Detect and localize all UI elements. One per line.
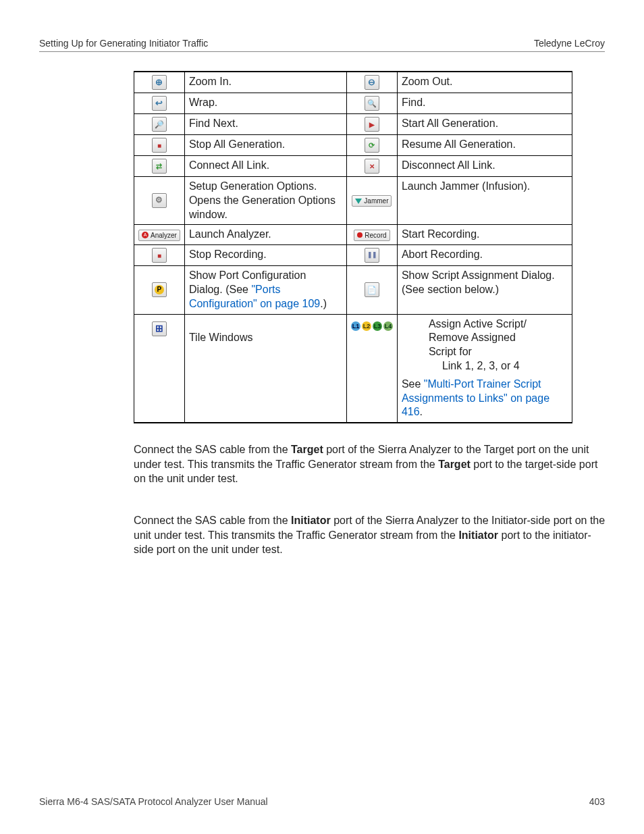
text: (See section below.) [402, 284, 499, 295]
cell-desc: Find Next. [184, 114, 346, 135]
table-row: Zoom In. Zoom Out. [134, 72, 572, 93]
icon-label: Jammer [364, 197, 388, 205]
icon-label: Analyzer [151, 231, 177, 240]
port-config-icon [152, 282, 167, 297]
cell-desc: Launch Analyzer. [184, 225, 346, 245]
start-recording-icon: Record [354, 230, 390, 241]
header-left: Setting Up for Generating Initiator Traf… [39, 38, 208, 49]
table-row: Tile Windows L1 L2 L3 L4 Assign Active S… [134, 314, 572, 423]
text: Assign Active Script/ [402, 317, 568, 332]
icon-label: Record [365, 231, 386, 240]
link2-badge-icon: L2 [362, 321, 371, 331]
text-bold: Initiator [458, 529, 498, 541]
cell-desc: Connect All Link. [184, 156, 346, 177]
cell-desc: Assign Active Script/ Remove Assigned Sc… [397, 314, 572, 423]
page-header: Setting Up for Generating Initiator Traf… [39, 38, 605, 52]
connect-all-link-icon [152, 159, 167, 174]
abort-recording-icon [365, 248, 379, 263]
cell-desc: Wrap. [184, 93, 346, 114]
cell-desc: Launch Jammer (Infusion). [397, 177, 572, 225]
header-right: Teledyne LeCroy [534, 38, 605, 49]
cell-desc: Stop Recording. [184, 245, 346, 266]
script-assignment-icon [365, 282, 379, 297]
table-row: Show Port Configuration Dialog. (See "Po… [134, 266, 572, 314]
resume-all-generation-icon [365, 138, 379, 153]
cell-desc: Start All Generation. [397, 114, 572, 135]
footer-page-number: 403 [589, 796, 605, 807]
text: See [402, 378, 424, 390]
body-paragraph: Connect the SAS cable from the Target po… [134, 442, 606, 486]
find-next-icon [152, 117, 167, 132]
launch-analyzer-icon: AAnalyzer [138, 230, 180, 241]
text: Remove Assigned [402, 331, 568, 345]
cell-desc: Tile Windows [184, 314, 346, 423]
table-row: Stop Recording. Abort Recording. [134, 245, 572, 266]
text: . [420, 406, 423, 417]
page-footer: Sierra M6-4 SAS/SATA Protocol Analyzer U… [39, 796, 605, 807]
text-bold: Target [291, 444, 323, 455]
launch-jammer-icon: Jammer [352, 195, 392, 207]
cell-desc: Zoom In. [184, 72, 346, 93]
text: Show Script Assignment Dialog. [402, 269, 555, 281]
stop-recording-icon [152, 248, 167, 263]
cell-desc: Abort Recording. [397, 245, 572, 266]
cell-desc: Setup Generation Options. Opens the Gene… [184, 177, 346, 225]
wrap-icon [152, 96, 167, 111]
disconnect-all-link-icon [365, 159, 379, 174]
cell-desc: Find. [397, 93, 572, 114]
table-row: Setup Generation Options. Opens the Gene… [134, 177, 572, 225]
link4-badge-icon: L4 [383, 321, 393, 331]
link1-badge-icon: L1 [351, 321, 360, 331]
table-row: Find Next. Start All Generation. [134, 114, 572, 135]
text: Script for [402, 345, 568, 359]
cell-desc: Resume All Generation. [397, 135, 572, 156]
table-row: Connect All Link. Disconnect All Link. [134, 156, 572, 177]
table-row: Stop All Generation. Resume All Generati… [134, 135, 572, 156]
zoom-in-icon [152, 75, 167, 90]
text: .) [320, 298, 327, 309]
tile-windows-icon [152, 321, 167, 336]
cell-desc: Start Recording. [397, 225, 572, 245]
text-bold: Initiator [291, 515, 331, 526]
zoom-out-icon [365, 75, 379, 90]
multiport-trainer-link[interactable]: "Multi-Port Trainer Script Assignments t… [402, 378, 549, 418]
cell-desc: Zoom Out. [397, 72, 572, 93]
text: Show Port Configuration Dialog. (See [189, 269, 306, 295]
cell-desc: Disconnect All Link. [397, 156, 572, 177]
text: Connect the SAS cable from the [134, 444, 291, 455]
text-bold: Target [438, 459, 471, 470]
find-icon [365, 96, 379, 111]
table-row: Wrap. Find. [134, 93, 572, 114]
start-all-generation-icon [365, 117, 379, 132]
toolbar-icon-table: Zoom In. Zoom Out. Wrap. Find. Find Next… [134, 71, 572, 423]
cell-desc: Show Script Assignment Dialog. (See sect… [397, 266, 572, 314]
text: Link 1, 2, 3, or 4 [402, 359, 568, 373]
footer-left: Sierra M6-4 SAS/SATA Protocol Analyzer U… [39, 796, 268, 807]
table-row: AAnalyzer Launch Analyzer. Record Start … [134, 225, 572, 245]
setup-generation-options-icon [152, 193, 167, 208]
link-badges-icon: L1 L2 L3 L4 [351, 321, 393, 331]
text: Connect the SAS cable from the [134, 515, 291, 526]
body-paragraph: Connect the SAS cable from the Initiator… [134, 513, 606, 557]
cell-desc: Show Port Configuration Dialog. (See "Po… [184, 266, 346, 314]
link3-badge-icon: L3 [373, 321, 382, 331]
cell-desc: Stop All Generation. [184, 135, 346, 156]
stop-all-generation-icon [152, 138, 167, 153]
